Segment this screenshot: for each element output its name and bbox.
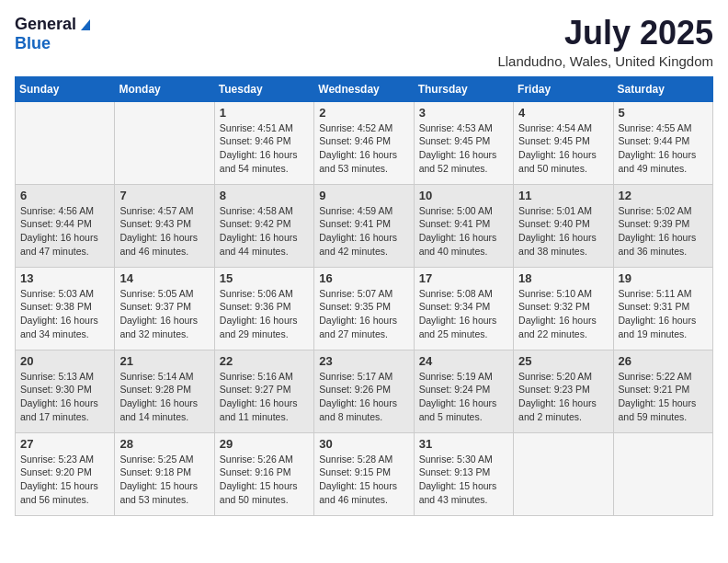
day-number: 25 (518, 354, 608, 368)
cell-content: Sunrise: 5:13 AMSunset: 9:30 PMDaylight:… (20, 371, 98, 422)
cell-content: Sunrise: 5:20 AMSunset: 9:23 PMDaylight:… (518, 371, 597, 422)
cell-content: Sunrise: 4:51 AMSunset: 9:46 PMDaylight:… (220, 122, 298, 174)
day-number: 5 (619, 106, 708, 120)
calendar-cell: 4Sunrise: 4:54 AMSunset: 9:45 PMDaylight… (514, 101, 613, 184)
day-number: 20 (20, 354, 109, 368)
day-number: 2 (319, 106, 408, 120)
calendar-cell (613, 432, 712, 515)
cell-content: Sunrise: 5:23 AMSunset: 9:20 PMDaylight:… (20, 454, 98, 505)
calendar-cell: 18Sunrise: 5:10 AMSunset: 9:32 PMDayligh… (514, 267, 613, 350)
cell-content: Sunrise: 5:11 AMSunset: 9:31 PMDaylight:… (619, 288, 697, 339)
day-number: 7 (119, 189, 209, 202)
logo-blue-text: Blue (15, 34, 51, 52)
cell-content: Sunrise: 5:00 AMSunset: 9:41 PMDaylight:… (419, 205, 497, 257)
page-header: General Blue July 2025 Llandudno, Wales,… (15, 15, 713, 69)
calendar-table: SundayMondayTuesdayWednesdayThursdayFrid… (15, 76, 713, 516)
day-number: 10 (419, 189, 508, 202)
day-number: 31 (419, 437, 508, 451)
calendar-cell: 25Sunrise: 5:20 AMSunset: 9:23 PMDayligh… (514, 350, 613, 432)
calendar-cell (514, 432, 613, 515)
cell-content: Sunrise: 5:02 AMSunset: 9:39 PMDaylight:… (619, 205, 697, 257)
calendar-cell: 8Sunrise: 4:58 AMSunset: 9:42 PMDaylight… (214, 184, 313, 267)
calendar-cell: 31Sunrise: 5:30 AMSunset: 9:13 PMDayligh… (414, 432, 513, 515)
calendar-cell (16, 101, 115, 184)
svg-marker-0 (81, 19, 90, 30)
day-number: 18 (518, 271, 608, 285)
calendar-cell: 9Sunrise: 4:59 AMSunset: 9:41 PMDaylight… (314, 184, 414, 267)
day-header-wednesday: Wednesday (314, 76, 414, 101)
day-header-tuesday: Tuesday (214, 76, 313, 101)
cell-content: Sunrise: 5:10 AMSunset: 9:32 PMDaylight:… (518, 288, 597, 339)
calendar-cell (115, 101, 214, 184)
day-number: 17 (419, 271, 508, 285)
day-number: 28 (119, 437, 209, 451)
logo-general-text: General (15, 15, 76, 34)
day-header-saturday: Saturday (613, 76, 712, 101)
cell-content: Sunrise: 5:03 AMSunset: 9:38 PMDaylight:… (20, 288, 98, 339)
day-header-friday: Friday (514, 76, 613, 101)
calendar-cell: 19Sunrise: 5:11 AMSunset: 9:31 PMDayligh… (613, 267, 712, 350)
calendar-cell: 28Sunrise: 5:25 AMSunset: 9:18 PMDayligh… (115, 432, 214, 515)
calendar-cell: 13Sunrise: 5:03 AMSunset: 9:38 PMDayligh… (16, 267, 115, 350)
day-number: 14 (119, 271, 209, 285)
day-number: 8 (220, 189, 309, 202)
day-number: 12 (619, 189, 708, 202)
day-number: 15 (220, 271, 309, 285)
cell-content: Sunrise: 5:16 AMSunset: 9:27 PMDaylight:… (220, 371, 298, 422)
calendar-week-row: 20Sunrise: 5:13 AMSunset: 9:30 PMDayligh… (16, 350, 713, 432)
day-number: 6 (20, 189, 109, 202)
calendar-header-row: SundayMondayTuesdayWednesdayThursdayFrid… (16, 76, 713, 101)
cell-content: Sunrise: 5:08 AMSunset: 9:34 PMDaylight:… (419, 288, 497, 339)
calendar-cell: 22Sunrise: 5:16 AMSunset: 9:27 PMDayligh… (214, 350, 313, 432)
calendar-cell: 24Sunrise: 5:19 AMSunset: 9:24 PMDayligh… (414, 350, 513, 432)
cell-content: Sunrise: 4:57 AMSunset: 9:43 PMDaylight:… (119, 205, 198, 257)
day-number: 9 (319, 189, 408, 202)
cell-content: Sunrise: 5:05 AMSunset: 9:37 PMDaylight:… (119, 288, 198, 339)
cell-content: Sunrise: 5:30 AMSunset: 9:13 PMDaylight:… (419, 454, 497, 505)
cell-content: Sunrise: 5:01 AMSunset: 9:40 PMDaylight:… (518, 205, 597, 257)
cell-content: Sunrise: 4:58 AMSunset: 9:42 PMDaylight:… (220, 205, 298, 257)
cell-content: Sunrise: 4:56 AMSunset: 9:44 PMDaylight:… (20, 205, 98, 257)
calendar-cell: 30Sunrise: 5:28 AMSunset: 9:15 PMDayligh… (314, 432, 414, 515)
day-number: 29 (220, 437, 309, 451)
day-number: 23 (319, 354, 408, 368)
calendar-cell: 21Sunrise: 5:14 AMSunset: 9:28 PMDayligh… (115, 350, 214, 432)
day-number: 16 (319, 271, 408, 285)
calendar-cell: 14Sunrise: 5:05 AMSunset: 9:37 PMDayligh… (115, 267, 214, 350)
calendar-cell: 29Sunrise: 5:26 AMSunset: 9:16 PMDayligh… (214, 432, 313, 515)
day-number: 1 (220, 106, 309, 120)
calendar-cell: 15Sunrise: 5:06 AMSunset: 9:36 PMDayligh… (214, 267, 313, 350)
day-number: 30 (319, 437, 408, 451)
logo: General Blue (15, 15, 94, 53)
day-number: 4 (518, 106, 608, 120)
cell-content: Sunrise: 5:19 AMSunset: 9:24 PMDaylight:… (419, 371, 497, 422)
cell-content: Sunrise: 4:59 AMSunset: 9:41 PMDaylight:… (319, 205, 397, 257)
cell-content: Sunrise: 5:06 AMSunset: 9:36 PMDaylight:… (220, 288, 298, 339)
calendar-cell: 6Sunrise: 4:56 AMSunset: 9:44 PMDaylight… (16, 184, 115, 267)
calendar-cell: 27Sunrise: 5:23 AMSunset: 9:20 PMDayligh… (16, 432, 115, 515)
day-header-sunday: Sunday (16, 76, 115, 101)
day-number: 21 (119, 354, 209, 368)
calendar-cell: 7Sunrise: 4:57 AMSunset: 9:43 PMDaylight… (115, 184, 214, 267)
calendar-week-row: 1Sunrise: 4:51 AMSunset: 9:46 PMDaylight… (16, 101, 713, 184)
calendar-cell: 5Sunrise: 4:55 AMSunset: 9:44 PMDaylight… (613, 101, 712, 184)
title-area: July 2025 Llandudno, Wales, United Kingd… (497, 15, 713, 69)
calendar-cell: 17Sunrise: 5:08 AMSunset: 9:34 PMDayligh… (414, 267, 513, 350)
day-number: 3 (419, 106, 508, 120)
cell-content: Sunrise: 4:53 AMSunset: 9:45 PMDaylight:… (419, 122, 497, 174)
calendar-week-row: 27Sunrise: 5:23 AMSunset: 9:20 PMDayligh… (16, 432, 713, 515)
cell-content: Sunrise: 4:52 AMSunset: 9:46 PMDaylight:… (319, 122, 397, 174)
calendar-cell: 3Sunrise: 4:53 AMSunset: 9:45 PMDaylight… (414, 101, 513, 184)
day-number: 27 (20, 437, 109, 451)
calendar-cell: 23Sunrise: 5:17 AMSunset: 9:26 PMDayligh… (314, 350, 414, 432)
calendar-cell: 10Sunrise: 5:00 AMSunset: 9:41 PMDayligh… (414, 184, 513, 267)
cell-content: Sunrise: 5:14 AMSunset: 9:28 PMDaylight:… (119, 371, 198, 422)
calendar-cell: 20Sunrise: 5:13 AMSunset: 9:30 PMDayligh… (16, 350, 115, 432)
calendar-week-row: 13Sunrise: 5:03 AMSunset: 9:38 PMDayligh… (16, 267, 713, 350)
day-number: 19 (619, 271, 708, 285)
day-number: 11 (518, 189, 608, 202)
cell-content: Sunrise: 5:25 AMSunset: 9:18 PMDaylight:… (119, 454, 198, 505)
day-number: 22 (220, 354, 309, 368)
calendar-week-row: 6Sunrise: 4:56 AMSunset: 9:44 PMDaylight… (16, 184, 713, 267)
logo-icon (77, 16, 94, 32)
